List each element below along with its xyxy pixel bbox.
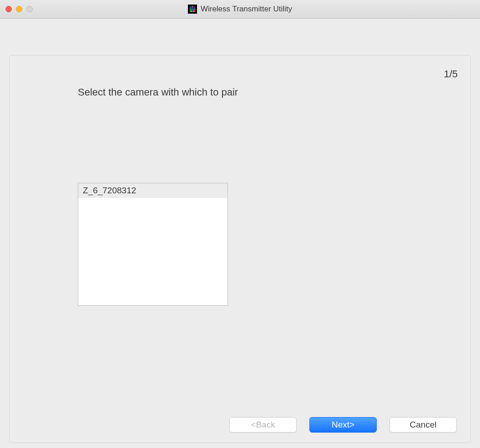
app-icon <box>188 5 197 14</box>
svg-marker-4 <box>190 6 195 13</box>
window-title: Wireless Transmitter Utility <box>201 5 292 14</box>
minimize-icon[interactable] <box>16 6 22 12</box>
camera-listbox[interactable]: Z_6_7208312 <box>78 183 228 306</box>
title-center: Wireless Transmitter Utility <box>0 5 480 14</box>
cancel-button[interactable]: Cancel <box>389 417 457 433</box>
svg-rect-0 <box>188 5 197 14</box>
close-icon[interactable] <box>5 6 12 12</box>
step-counter: 1/5 <box>444 68 458 80</box>
instruction-text: Select the camera with which to pair <box>78 86 238 98</box>
maximize-icon <box>26 6 33 12</box>
svg-marker-1 <box>190 5 195 12</box>
traffic-lights <box>5 6 33 12</box>
wizard-panel: 1/5 Select the camera with which to pair… <box>9 55 471 443</box>
svg-marker-2 <box>189 6 195 12</box>
svg-marker-3 <box>190 6 196 12</box>
button-row: <Back Next> Cancel <box>229 417 457 433</box>
content-wrapper: 1/5 Select the camera with which to pair… <box>0 19 480 443</box>
titlebar: Wireless Transmitter Utility <box>0 0 480 19</box>
svg-rect-5 <box>188 12 197 14</box>
next-button[interactable]: Next> <box>309 417 377 433</box>
back-button: <Back <box>229 417 297 433</box>
list-item[interactable]: Z_6_7208312 <box>78 183 227 198</box>
